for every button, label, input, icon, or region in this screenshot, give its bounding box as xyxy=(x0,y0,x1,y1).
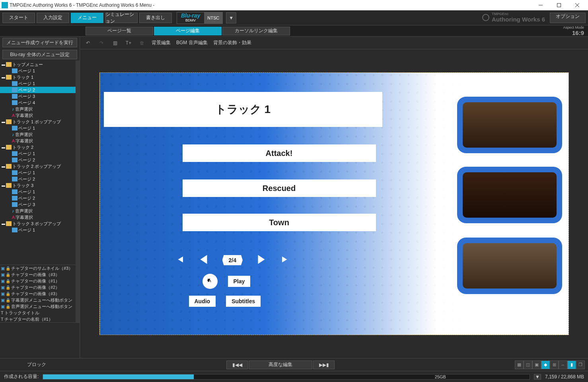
menu-title[interactable]: トラック 1 xyxy=(104,92,382,127)
tree-audio[interactable]: ♪音声選択 xyxy=(0,131,76,138)
add-text-icon[interactable]: T+ xyxy=(125,39,132,47)
add-item-icon[interactable]: ▥ xyxy=(111,39,119,47)
tree-page[interactable]: ページ 1 xyxy=(0,227,76,233)
prop-row[interactable]: Tチャプターの名前（#1） xyxy=(0,316,76,322)
bgm-edit-link[interactable]: BGM 音声編集 xyxy=(176,39,208,46)
svg-rect-1 xyxy=(557,4,561,7)
global-settings-button[interactable]: Blu-ray 全体のメニュー設定 xyxy=(2,50,77,59)
tree-track2-popup[interactable]: ▬トラック 2 ポップアップ xyxy=(0,163,76,170)
chapter-thumbnail-2[interactable] xyxy=(457,167,562,223)
tab-page-list[interactable]: ページ一覧 xyxy=(86,27,153,35)
edit-mode-label: ブロック xyxy=(27,361,46,368)
format-indicator[interactable]: Blu-ray BDMV NTSC xyxy=(177,12,223,24)
decoration-link[interactable]: 背景の装飾・効果 xyxy=(213,39,251,46)
tree-track3[interactable]: ▬トラック 3 xyxy=(0,182,76,189)
tree-page[interactable]: ページ 2 xyxy=(0,157,76,163)
view-select-icon[interactable]: ◆ xyxy=(541,361,550,369)
output-button[interactable]: 書き出し xyxy=(139,13,172,23)
tree-page[interactable]: ページ 1 xyxy=(0,150,76,157)
chapter-thumbnail-1[interactable] xyxy=(457,97,562,153)
skip-last-icon[interactable] xyxy=(280,253,292,267)
storage-dropdown[interactable]: ▼ xyxy=(534,374,541,380)
tab-cursor-link[interactable]: カーソルリンク編集 xyxy=(222,27,290,35)
play-button[interactable]: Play xyxy=(228,276,251,287)
tree-subtitle[interactable]: A字幕選択 xyxy=(0,214,76,220)
tree-page[interactable]: ページ 1 xyxy=(0,125,76,131)
tree-page-selected[interactable]: ページ 2 xyxy=(0,87,76,93)
tree-top-menu[interactable]: ▬トップメニュー xyxy=(0,61,76,68)
bg-edit-link[interactable]: 背景編集 xyxy=(152,39,171,46)
tree-page[interactable]: ページ 1 xyxy=(0,189,76,195)
tree-track2[interactable]: ▬トラック 2 xyxy=(0,144,76,150)
tree-audio[interactable]: ♪音声選択 xyxy=(0,106,76,112)
prop-row[interactable]: ▣🔒チャプターの画像（#3） xyxy=(0,290,76,297)
tree-subtitle[interactable]: A字幕選択 xyxy=(0,138,76,144)
start-button[interactable]: スタート xyxy=(2,13,35,23)
close-button[interactable] xyxy=(568,0,586,10)
tab-page-edit[interactable]: ページ編集 xyxy=(154,27,222,35)
chapter-button-2[interactable]: Rescued xyxy=(183,179,376,197)
tree-scrollbar[interactable] xyxy=(76,60,80,265)
wizard-button[interactable]: メニュー作成ウィザードを実行 xyxy=(2,38,77,47)
subtitles-button[interactable]: Subtitles xyxy=(226,296,261,307)
tree-track1-popup[interactable]: ▬トラック 1 ポップアップ xyxy=(0,119,76,125)
undo-icon[interactable]: ↶ xyxy=(84,39,92,47)
tree-page[interactable]: ページ 3 xyxy=(0,201,76,208)
control-row-3: Audio Subtitles xyxy=(189,296,261,307)
audio-button[interactable]: Audio xyxy=(189,296,216,307)
format-dropdown[interactable]: ▼ xyxy=(226,12,236,23)
status-bar: 作成される容量: 25GB ▼ 7,159 / 22,868 MB xyxy=(0,371,588,382)
brand-icon xyxy=(482,14,489,21)
chapter-button-3[interactable]: Town xyxy=(183,214,376,231)
view-copy-icon[interactable]: ❐ xyxy=(576,361,585,369)
minimize-button[interactable] xyxy=(532,0,550,10)
chapter-thumbnail-3[interactable] xyxy=(457,238,562,294)
tree-track1[interactable]: ▬トラック 1 xyxy=(0,74,76,80)
menu-canvas[interactable]: トラック 1 Attack! Rescued Town 2/4 Play Aud… xyxy=(99,72,569,335)
prop-row[interactable]: ▣🔒チャプターの画像（#2） xyxy=(0,284,76,290)
simulation-button[interactable]: シミュレーション xyxy=(105,13,138,23)
format-name: Blu-ray xyxy=(181,12,200,19)
menu-tree[interactable]: ▬トップメニュー ページ 1 ▬トラック 1 ページ 1 ページ 2 ページ 3… xyxy=(0,60,76,265)
view-safe-icon[interactable]: ▣ xyxy=(532,361,541,369)
view-tile-icon[interactable]: ◫ xyxy=(524,361,532,369)
view-split-icon[interactable]: ⊞ xyxy=(550,361,559,369)
tree-page[interactable]: ページ 1 xyxy=(0,68,76,74)
property-list[interactable]: ▣🔒チャプターのサムネイル（#3） ▣🔒チャプターの画像（#3） ▣🔒チャプター… xyxy=(0,265,76,322)
view-grid-icon[interactable]: ▦ xyxy=(515,361,524,369)
prop-row[interactable]: Tトラックタイトル xyxy=(0,310,76,316)
prop-row[interactable]: ▣🔒チャプターの画像（#3） xyxy=(0,271,76,278)
advanced-edit-button[interactable]: 高度な編集 xyxy=(249,361,312,369)
maximize-button[interactable] xyxy=(550,0,568,10)
delete-icon[interactable]: 🗑 xyxy=(138,39,146,47)
chapter-button-1[interactable]: Attack! xyxy=(183,144,376,162)
prop-row[interactable]: ▣🔒音声選択メニューへ移動ボタン xyxy=(0,303,76,310)
menu-button[interactable]: メニュー xyxy=(71,13,103,23)
tree-track3-popup[interactable]: ▬トラック 3 ポップアップ xyxy=(0,220,76,227)
tree-page[interactable]: ページ 1 xyxy=(0,170,76,176)
tree-page[interactable]: ページ 1 xyxy=(0,80,76,87)
tree-subtitle[interactable]: A字幕選択 xyxy=(0,112,76,119)
view-arrows-icon[interactable]: ↔ xyxy=(559,361,567,369)
prop-row[interactable]: ▣🔒字幕選択メニューへ移動ボタン xyxy=(0,297,76,303)
tree-page[interactable]: ページ 4 xyxy=(0,99,76,106)
input-settings-button[interactable]: 入力設定 xyxy=(37,13,69,23)
options-button[interactable]: オプション xyxy=(550,13,586,23)
tree-page[interactable]: ページ 2 xyxy=(0,195,76,201)
storage-size: 25GB xyxy=(435,374,446,379)
next-page-button[interactable]: ▶▶▮ xyxy=(313,361,335,369)
prop-row[interactable]: ▣🔒チャプターのサムネイル（#3） xyxy=(0,265,76,271)
skip-first-icon[interactable] xyxy=(173,253,185,267)
prev-page-button[interactable]: ▮◀◀ xyxy=(226,361,248,369)
tree-page[interactable]: ページ 2 xyxy=(0,176,76,182)
tree-page[interactable]: ページ 3 xyxy=(0,93,76,99)
props-scrollbar[interactable] xyxy=(76,265,80,322)
tree-audio[interactable]: ♪音声選択 xyxy=(0,208,76,214)
page-indicator[interactable]: 2/4 xyxy=(222,255,243,265)
redo-icon[interactable]: ↷ xyxy=(97,39,105,47)
back-button[interactable] xyxy=(202,274,218,289)
prev-icon[interactable] xyxy=(197,253,210,267)
next-icon[interactable] xyxy=(255,253,268,267)
prop-row[interactable]: ▣🔒チャプターの画像（#1） xyxy=(0,278,76,284)
view-layers-icon[interactable]: ▮ xyxy=(567,361,576,369)
